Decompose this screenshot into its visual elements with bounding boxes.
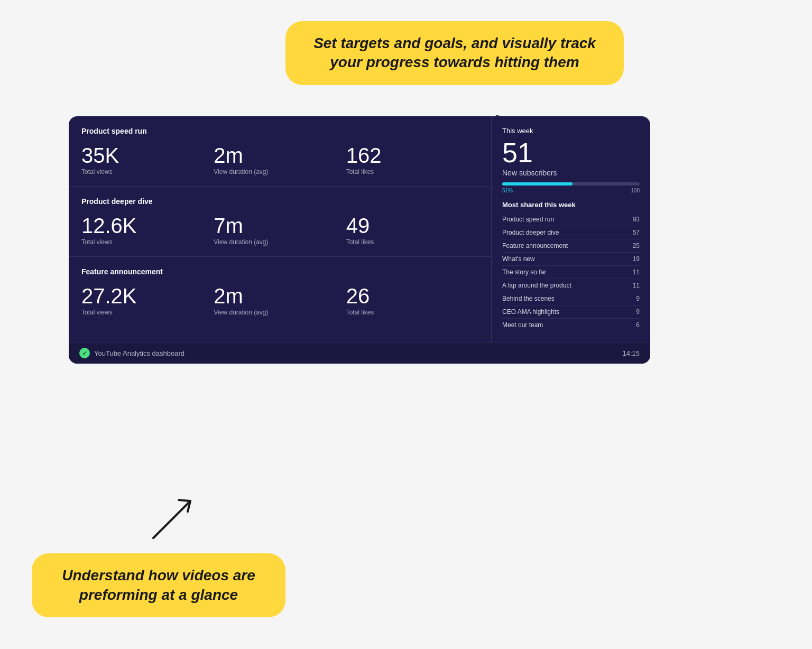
shared-item-1: Product deeper dive 57 [502,226,640,239]
stat-duration-3: 2m View duration (avg) [214,284,346,316]
shared-item-count-5: 11 [633,282,640,289]
subscriber-label: New subscribers [502,169,640,177]
shared-item-name-7: CEO AMA highlights [502,308,559,316]
shared-item-name-5: A lap around the product [502,282,571,289]
footer-app-name: YouTube Analytics dashboard [94,349,184,357]
shared-item-count-2: 25 [633,242,640,249]
shared-item-count-7: 9 [636,308,640,316]
shared-item-name-2: Feature announcement [502,242,568,249]
app-icon: ✓ [79,348,90,358]
video-card-3: Feature announcement 27.2K Total views 2… [69,257,491,327]
stat-label-likes-1: Total likes [346,168,478,175]
stat-value-views-2: 12.6K [81,214,214,237]
stat-likes-2: 49 Total likes [346,214,478,246]
video-title-3: Feature announcement [81,267,478,276]
shared-item-count-1: 57 [633,229,640,236]
stat-likes-3: 26 Total likes [346,284,478,316]
video-card-1: Product speed run 35K Total views 2m Vie… [69,116,491,187]
subscriber-count: 51 [502,139,640,166]
progress-bar-container [502,182,640,186]
shared-list: Product speed run 93 Product deeper dive… [502,213,640,331]
shared-item-3: What's new 19 [502,253,640,266]
stat-duration-2: 7m View duration (avg) [214,214,346,246]
arrow-bottom-icon [137,490,201,543]
footer-time: 14:15 [622,349,640,357]
shared-item-8: Meet our team 6 [502,319,640,331]
shared-item-name-1: Product deeper dive [502,229,559,236]
stat-label-views-1: Total views [81,168,214,175]
left-panel: Product speed run 35K Total views 2m Vie… [69,116,492,342]
stat-duration-1: 2m View duration (avg) [214,144,346,175]
stat-views-2: 12.6K Total views [81,214,214,246]
video-title-1: Product speed run [81,127,478,135]
stat-label-likes-3: Total likes [346,309,478,316]
shared-item-5: A lap around the product 11 [502,279,640,292]
shared-item-count-6: 9 [636,295,640,302]
shared-item-name-0: Product speed run [502,216,554,223]
footer-left: ✓ YouTube Analytics dashboard [79,348,184,358]
stat-value-likes-1: 162 [346,144,478,167]
right-panel: This week 51 New subscribers 51% 100 Mos… [492,116,650,342]
stat-label-duration-2: View duration (avg) [214,238,346,246]
shared-item-count-4: 11 [633,268,640,276]
video-card-2: Product deeper dive 12.6K Total views 7m… [69,187,491,257]
progress-bar-fill [502,182,573,186]
shared-item-count-0: 93 [633,216,640,223]
shared-item-name-8: Meet our team [502,321,543,329]
stat-label-views-3: Total views [81,309,214,316]
shared-item-7: CEO AMA highlights 9 [502,305,640,319]
stat-label-likes-2: Total likes [346,238,478,246]
video-title-2: Product deeper dive [81,197,478,206]
shared-item-name-6: Behind the scenes [502,295,555,302]
shared-item-6: Behind the scenes 9 [502,292,640,305]
progress-label-right: 100 [631,188,640,193]
stat-value-views-3: 27.2K [81,284,214,308]
stat-value-duration-3: 2m [214,284,346,308]
stat-label-duration-3: View duration (avg) [214,309,346,316]
stat-value-duration-2: 7m [214,214,346,237]
stat-views-3: 27.2K Total views [81,284,214,316]
progress-labels: 51% 100 [502,188,640,193]
callout-top: Set targets and goals, and visually trac… [285,21,624,85]
stat-value-likes-2: 49 [346,214,478,237]
shared-item-0: Product speed run 93 [502,213,640,226]
stat-value-duration-1: 2m [214,144,346,167]
stat-value-views-1: 35K [81,144,214,167]
most-shared-title: Most shared this week [502,201,640,209]
shared-item-count-3: 19 [633,255,640,263]
this-week-label: This week [502,127,640,135]
stat-label-duration-1: View duration (avg) [214,168,346,175]
dashboard: Product speed run 35K Total views 2m Vie… [69,116,650,364]
stat-views-1: 35K Total views [81,144,214,175]
shared-item-name-4: The story so far [502,268,546,276]
shared-item-4: The story so far 11 [502,266,640,279]
stat-likes-1: 162 Total likes [346,144,478,175]
shared-item-count-8: 6 [636,321,640,329]
stat-label-views-2: Total views [81,238,214,246]
callout-bottom: Understand how videos are preforming at … [32,553,285,617]
shared-item-name-3: What's new [502,255,535,263]
progress-label-left: 51% [502,188,513,193]
stat-value-likes-3: 26 [346,284,478,308]
dashboard-footer: ✓ YouTube Analytics dashboard 14:15 [69,342,650,364]
shared-item-2: Feature announcement 25 [502,239,640,253]
